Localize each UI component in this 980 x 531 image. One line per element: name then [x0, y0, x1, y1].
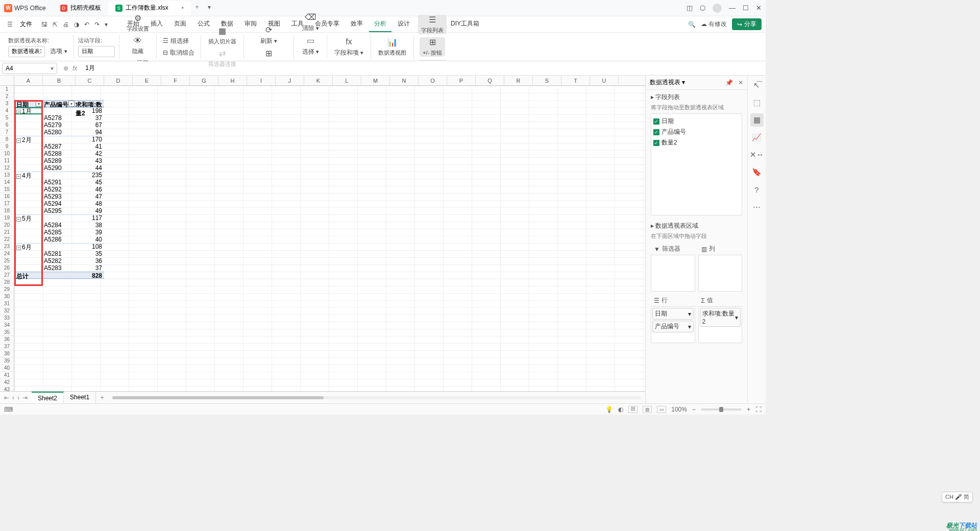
row-header-23[interactable]: 23 — [0, 243, 14, 250]
hide-button[interactable]: 👁隐藏 — [129, 36, 146, 55]
export-icon[interactable]: ⇱ — [53, 21, 58, 28]
col-header-Q[interactable]: Q — [476, 76, 504, 85]
preview-icon[interactable]: ◑ — [74, 21, 79, 28]
style-tool-icon[interactable]: ⬚ — [750, 96, 764, 109]
data-row-10[interactable]: A528842 — [14, 150, 104, 157]
data-row-20[interactable]: A528438 — [14, 222, 104, 229]
col-header-E[interactable]: E — [133, 76, 161, 85]
col-header-C[interactable]: C — [76, 76, 104, 85]
data-row-12[interactable]: A529044 — [14, 164, 104, 172]
sheet-last[interactable]: ⇥ — [22, 394, 28, 401]
group-select-button[interactable]: ☲组选择 — [161, 36, 197, 46]
file-tab-template[interactable]: D找稻壳模板 — [53, 1, 108, 15]
ungroup-button[interactable]: ⊟取消组合 — [161, 47, 197, 58]
pin-icon[interactable]: 📌 — [725, 79, 733, 86]
value-area[interactable]: 求和项:数量2▾ — [698, 306, 743, 343]
col-header-I[interactable]: I — [247, 76, 276, 85]
select-button[interactable]: ▭选择 ▾ — [299, 36, 322, 56]
row-header-16[interactable]: 16 — [0, 193, 14, 200]
clear-button[interactable]: ⌫清除 ▾ — [299, 12, 322, 33]
h-scrollbar[interactable] — [112, 395, 641, 400]
filter-area[interactable] — [651, 255, 695, 292]
row-header-43[interactable]: 43 — [0, 386, 14, 391]
row-item-日期[interactable]: 日期▾ — [652, 308, 694, 320]
row-header-37[interactable]: 37 — [0, 343, 14, 350]
col-header-F[interactable]: F — [161, 76, 190, 85]
field-产品编号[interactable]: ✓产品编号 — [653, 127, 740, 137]
zoom-in[interactable]: + — [747, 406, 750, 413]
row-header-12[interactable]: 12 — [0, 164, 14, 172]
row-header-32[interactable]: 32 — [0, 307, 14, 315]
row-header-10[interactable]: 10 — [0, 150, 14, 157]
bookmark-tool-icon[interactable]: 🔖 — [750, 165, 764, 179]
row-header-35[interactable]: 35 — [0, 329, 14, 336]
col-header-M[interactable]: M — [361, 76, 390, 85]
row-header-3[interactable]: 3 — [0, 100, 14, 107]
row-header-4[interactable]: 4 — [0, 107, 14, 114]
active-field-input[interactable] — [78, 46, 115, 57]
file-menu[interactable]: 文件 — [16, 20, 36, 29]
maximize-button[interactable]: ☐ — [743, 4, 749, 12]
avatar-icon[interactable] — [713, 4, 722, 13]
close-panel-icon[interactable]: ✕ — [738, 79, 743, 86]
sheet-prev[interactable]: ‹ — [12, 394, 14, 401]
refresh-button[interactable]: ⟳刷新 ▾ — [257, 25, 280, 45]
field-settings-button[interactable]: ⚙字段设置 — [124, 13, 152, 33]
row-item-产品编号[interactable]: 产品编号▾ — [652, 321, 694, 332]
data-row-8[interactable]: −2月170 — [14, 136, 104, 143]
col-header-R[interactable]: R — [504, 76, 533, 85]
data-row-4[interactable]: −1月198 — [14, 107, 104, 114]
row-header-41[interactable]: 41 — [0, 372, 14, 379]
col-header-N[interactable]: N — [390, 76, 419, 85]
row-header-19[interactable]: 19 — [0, 214, 14, 222]
data-row-6[interactable]: A527967 — [14, 122, 104, 129]
col-header-J[interactable]: J — [276, 76, 304, 85]
menu-tab-DIY工具箱[interactable]: DIY工具箱 — [446, 16, 484, 32]
search-icon[interactable]: 🔍 — [688, 21, 696, 28]
row-header-25[interactable]: 25 — [0, 257, 14, 264]
field-list-toggle[interactable]: ☰字段列表 — [418, 15, 447, 34]
row-header-9[interactable]: 9 — [0, 143, 14, 150]
row-header-29[interactable]: 29 — [0, 286, 14, 293]
cloud-modified[interactable]: ☁ 有修改 — [701, 20, 727, 29]
cube-icon[interactable]: ⬡ — [700, 4, 705, 12]
row-header-26[interactable]: 26 — [0, 264, 14, 272]
row-header-18[interactable]: 18 — [0, 207, 14, 214]
field-日期[interactable]: ✓日期 — [653, 116, 740, 127]
row-header-40[interactable]: 40 — [0, 365, 14, 372]
menu-tab-设计[interactable]: 设计 — [393, 16, 415, 32]
options-button[interactable]: 选项 ▾ — [48, 46, 69, 57]
row-header-8[interactable]: 8 — [0, 136, 14, 143]
insert-slicer-button[interactable]: ▦插入切片器 — [205, 26, 239, 45]
data-row-17[interactable]: A529448 — [14, 200, 104, 207]
share-button[interactable]: ↪ 分享 — [732, 18, 762, 30]
col-header-P[interactable]: P — [447, 76, 476, 85]
row-header-15[interactable]: 15 — [0, 186, 14, 193]
zoom-out[interactable]: − — [692, 406, 696, 413]
row-header-30[interactable]: 30 — [0, 293, 14, 300]
row-header-13[interactable]: 13 — [0, 172, 14, 179]
col-header-K[interactable]: K — [304, 76, 333, 85]
row-header-17[interactable]: 17 — [0, 200, 14, 207]
data-row-11[interactable]: A528943 — [14, 157, 104, 164]
close-button[interactable]: ✕ — [756, 4, 762, 12]
pivot-header-row[interactable]: 日期产品编号求和项:数量2 — [14, 100, 104, 107]
column-area[interactable] — [698, 255, 743, 292]
more-tools-icon[interactable]: ⋯ — [750, 200, 764, 213]
menu-tab-分析[interactable]: 分析 — [369, 16, 391, 32]
filter-product[interactable]: ▾ — [68, 101, 75, 107]
pm-buttons-toggle[interactable]: ⊞+/- 按钮 — [420, 37, 445, 57]
data-row-25[interactable]: A528236 — [14, 257, 104, 264]
field-数量2[interactable]: ✓数量2 — [653, 137, 740, 148]
collapse-right-bar[interactable]: — — [756, 78, 763, 85]
data-row-18[interactable]: A529549 — [14, 207, 104, 214]
data-row-15[interactable]: A529246 — [14, 186, 104, 193]
zoom-formula-icon[interactable]: ⊕ — [63, 65, 68, 72]
data-row-13[interactable]: −4月235 — [14, 172, 104, 179]
row-header-6[interactable]: 6 — [0, 122, 14, 129]
chart-tool-icon[interactable]: 📈 — [750, 131, 764, 144]
col-header-U[interactable]: U — [590, 76, 619, 85]
formula-input[interactable]: 1月 — [81, 64, 766, 73]
row-header-22[interactable]: 22 — [0, 236, 14, 243]
undo-icon[interactable]: ↶ — [84, 21, 89, 28]
